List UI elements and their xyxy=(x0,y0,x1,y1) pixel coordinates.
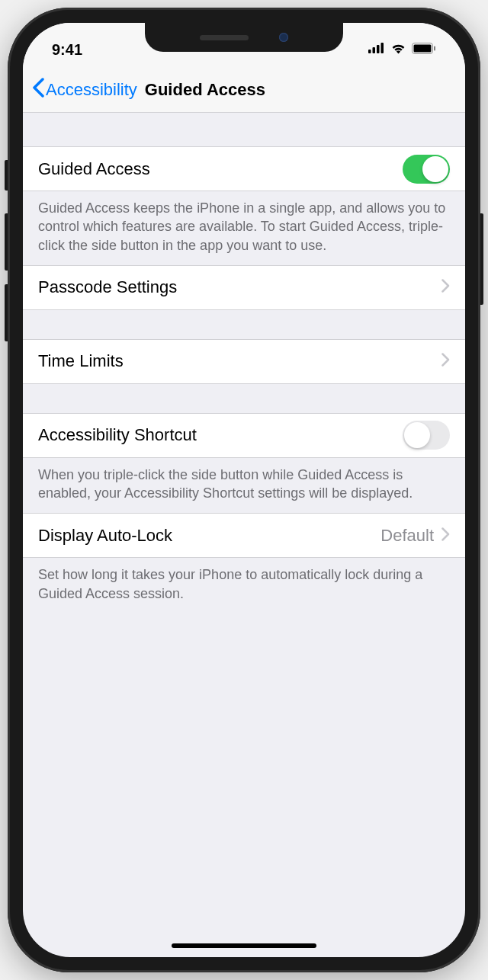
status-icons xyxy=(368,34,436,57)
accessibility-shortcut-footer: When you triple-click the side button wh… xyxy=(23,458,465,514)
svg-rect-5 xyxy=(414,44,432,52)
row-value: Default xyxy=(380,526,434,546)
battery-icon xyxy=(412,43,436,57)
screen: 9:41 Accessibility Guided Acces xyxy=(23,23,465,957)
phone-frame: 9:41 Accessibility Guided Acces xyxy=(8,8,480,972)
back-chevron-icon xyxy=(32,78,44,101)
accessibility-shortcut-toggle[interactable] xyxy=(403,421,450,450)
guided-access-footer: Guided Access keeps the iPhone in a sing… xyxy=(23,191,465,265)
row-guided-access: Guided Access xyxy=(23,146,465,191)
svg-rect-6 xyxy=(434,46,435,50)
status-time: 9:41 xyxy=(52,32,82,59)
chevron-right-icon xyxy=(441,277,450,297)
svg-rect-0 xyxy=(368,50,371,53)
row-label: Display Auto-Lock xyxy=(38,526,380,546)
back-button[interactable]: Accessibility xyxy=(32,78,137,101)
navigation-bar: Accessibility Guided Access xyxy=(23,67,465,113)
row-label: Guided Access xyxy=(38,159,403,179)
guided-access-toggle[interactable] xyxy=(403,155,450,184)
chevron-right-icon xyxy=(441,351,450,371)
display-auto-lock-footer: Set how long it takes your iPhone to aut… xyxy=(23,558,465,613)
svg-rect-3 xyxy=(381,43,384,53)
back-label: Accessibility xyxy=(46,80,137,100)
row-label: Passcode Settings xyxy=(38,277,441,297)
row-accessibility-shortcut: Accessibility Shortcut xyxy=(23,413,465,458)
row-time-limits[interactable]: Time Limits xyxy=(23,339,465,384)
row-label: Time Limits xyxy=(38,351,441,371)
row-passcode-settings[interactable]: Passcode Settings xyxy=(23,265,465,310)
cellular-signal-icon xyxy=(368,43,385,56)
page-title: Guided Access xyxy=(145,80,265,100)
row-display-auto-lock[interactable]: Display Auto-Lock Default xyxy=(23,513,465,558)
wifi-icon xyxy=(390,43,406,57)
svg-rect-1 xyxy=(373,47,376,53)
row-label: Accessibility Shortcut xyxy=(38,425,403,445)
svg-rect-2 xyxy=(377,45,380,53)
notch xyxy=(145,23,343,52)
settings-content: Guided Access Guided Access keeps the iP… xyxy=(23,113,465,613)
chevron-right-icon xyxy=(441,526,450,546)
home-indicator[interactable] xyxy=(172,943,316,948)
